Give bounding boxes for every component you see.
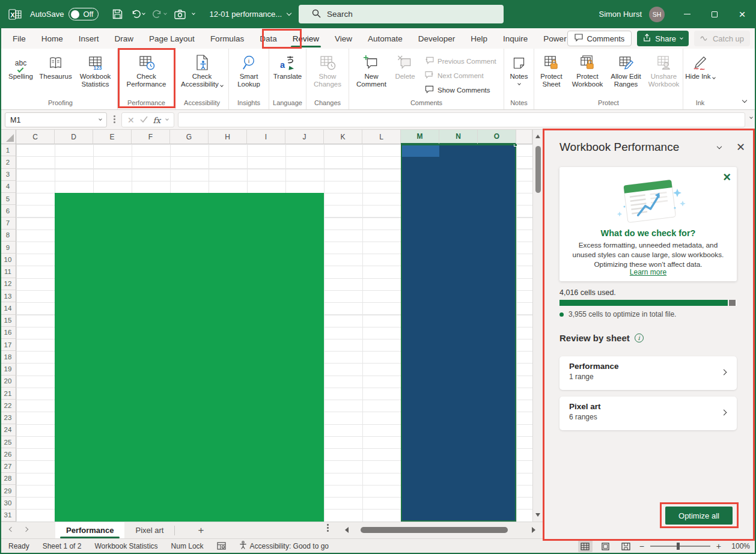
row-header-25[interactable]: 25	[0, 436, 16, 448]
qat-customize-icon[interactable]	[192, 11, 196, 15]
fx-dropdown-icon[interactable]	[165, 117, 169, 121]
green-filled-range[interactable]	[55, 193, 324, 522]
tab-data[interactable]: Data	[252, 28, 285, 49]
zoom-slider[interactable]	[650, 546, 710, 547]
column-header-C[interactable]: C	[16, 130, 55, 144]
pane-close-icon[interactable]: ✕	[736, 141, 745, 154]
excel-app-icon[interactable]: X	[8, 8, 22, 21]
row-header-26[interactable]: 26	[0, 448, 16, 460]
sheet-bar-options-icon[interactable]	[327, 524, 329, 532]
expand-formula-bar-icon[interactable]	[749, 115, 753, 119]
scroll-right-icon[interactable]	[532, 527, 535, 533]
optimize-all-button[interactable]: Optimize all	[665, 507, 733, 525]
collapse-ribbon-icon[interactable]	[742, 98, 747, 103]
row-header-4[interactable]: 4	[0, 181, 16, 193]
sheet-nav-left-icon[interactable]	[9, 527, 14, 532]
minimize-button[interactable]	[673, 0, 701, 28]
row-header-15[interactable]: 15	[0, 315, 16, 327]
row-header-18[interactable]: 18	[0, 351, 16, 363]
translate-button[interactable]: a Translate	[270, 52, 305, 81]
row-header-10[interactable]: 10	[0, 254, 16, 266]
tab-file[interactable]: File	[5, 28, 34, 49]
search-input[interactable]: Search	[299, 5, 504, 23]
allow-edit-ranges-button[interactable]: Allow Edit Ranges	[607, 52, 645, 88]
row-header-29[interactable]: 29	[0, 485, 16, 497]
row-header-7[interactable]: 7	[0, 218, 16, 230]
column-header-H[interactable]: H	[209, 130, 247, 144]
row-header-17[interactable]: 17	[0, 339, 16, 351]
column-header-K[interactable]: K	[324, 130, 362, 144]
formula-bar-handle[interactable]	[114, 115, 115, 123]
document-title[interactable]: 12-01 performance...	[209, 10, 282, 19]
row-header-6[interactable]: 6	[0, 205, 16, 217]
comments-button[interactable]: Comments	[567, 31, 632, 46]
tab-draw[interactable]: Draw	[107, 28, 142, 49]
user-name[interactable]: Simon Hurst	[599, 10, 642, 19]
row-header-30[interactable]: 30	[0, 497, 16, 509]
formula-input[interactable]	[178, 112, 745, 127]
sheet-tab-performance[interactable]: Performance	[55, 522, 124, 539]
tab-inquire[interactable]: Inquire	[495, 28, 535, 49]
undo-icon[interactable]	[130, 9, 141, 20]
new-comment-button[interactable]: New Comment	[353, 52, 390, 88]
normal-view-button[interactable]	[578, 540, 593, 552]
column-header-I[interactable]: I	[247, 130, 285, 144]
page-break-view-button[interactable]	[619, 540, 633, 552]
tab-page-layout[interactable]: Page Layout	[141, 28, 203, 49]
sheet-tab-pixel-art[interactable]: Pixel art	[124, 522, 174, 539]
name-box-dropdown-icon[interactable]	[99, 117, 102, 121]
row-header-9[interactable]: 9	[0, 242, 16, 254]
learn-more-link[interactable]: Learn more	[559, 268, 737, 276]
row-header-12[interactable]: 12	[0, 278, 16, 290]
close-button[interactable]: ×	[728, 0, 756, 28]
tab-home[interactable]: Home	[34, 28, 71, 49]
tab-developer[interactable]: Developer	[410, 28, 463, 49]
autosave-toggle[interactable]: Off	[69, 8, 99, 20]
column-header-E[interactable]: E	[93, 130, 132, 144]
show-comments-button[interactable]: Show Comments	[425, 84, 490, 96]
status-sheet-count[interactable]: Sheet 1 of 2	[43, 542, 82, 550]
camera-icon[interactable]	[174, 10, 186, 19]
column-header-L[interactable]: L	[362, 130, 401, 144]
undo-dropdown-icon[interactable]	[142, 11, 146, 15]
row-header-16[interactable]: 16	[0, 327, 16, 339]
avatar[interactable]: SH	[649, 7, 665, 22]
vertical-scroll-thumb[interactable]	[535, 146, 541, 193]
row-header-22[interactable]: 22	[0, 400, 16, 412]
tab-insert[interactable]: Insert	[71, 28, 107, 49]
smart-lookup-button[interactable]: i Smart Lookup	[230, 52, 267, 88]
row-header-3[interactable]: 3	[0, 169, 16, 181]
tab-view[interactable]: View	[327, 28, 360, 49]
active-cell-M1[interactable]	[402, 145, 439, 157]
spelling-button[interactable]: abc Spelling	[4, 52, 38, 81]
row-header-20[interactable]: 20	[0, 376, 16, 388]
notes-button[interactable]: Notes	[505, 52, 533, 85]
tab-review[interactable]: Review	[285, 28, 327, 49]
vertical-scrollbar[interactable]	[532, 130, 543, 522]
scroll-down-icon[interactable]	[535, 513, 540, 517]
column-header-J[interactable]: J	[285, 130, 324, 144]
column-header-D[interactable]: D	[55, 130, 93, 144]
thesaurus-button[interactable]: Thesaurus	[38, 52, 74, 81]
zoom-in-button[interactable]: +	[716, 541, 721, 551]
accessibility-status[interactable]: Accessibility: Good to go	[239, 541, 329, 551]
row-header-1[interactable]: 1	[0, 144, 16, 156]
document-title-dropdown-icon[interactable]	[287, 11, 291, 16]
column-header-F[interactable]: F	[132, 130, 170, 144]
save-icon[interactable]	[112, 8, 123, 20]
name-box[interactable]: M1	[5, 112, 107, 127]
macro-record-icon[interactable]	[217, 542, 226, 550]
maximize-button[interactable]	[701, 0, 728, 28]
select-all-corner[interactable]	[0, 130, 16, 144]
row-header-11[interactable]: 11	[0, 266, 16, 278]
page-layout-view-button[interactable]	[599, 540, 613, 552]
row-header-14[interactable]: 14	[0, 302, 16, 314]
row-header-24[interactable]: 24	[0, 424, 16, 436]
row-header-31[interactable]: 31	[0, 510, 16, 522]
info-icon[interactable]: i	[635, 333, 644, 342]
share-button[interactable]: Share	[637, 31, 689, 46]
check-accessibility-button[interactable]: Check Accessibility	[176, 52, 228, 88]
zoom-slider-thumb[interactable]	[677, 543, 680, 550]
row-header-5[interactable]: 5	[0, 193, 16, 205]
hide-ink-button[interactable]: Hide Ink	[684, 52, 716, 81]
